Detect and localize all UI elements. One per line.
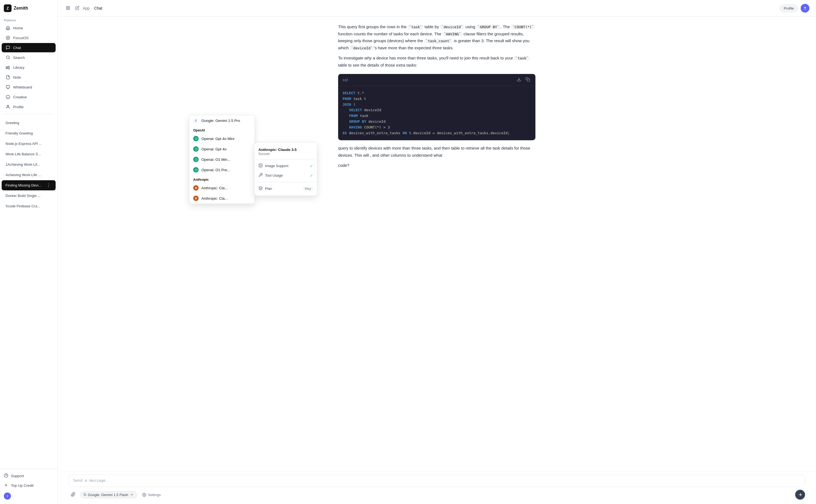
header-avatar[interactable]: T: [801, 4, 809, 13]
code-count: `COUNT(*)`: [511, 25, 535, 29]
code-line-7: HAVING COUNT(*) > 3: [342, 125, 531, 130]
sidebar-item-search[interactable]: Search: [2, 53, 56, 62]
svg-rect-19: [68, 6, 70, 8]
code-download-button[interactable]: [516, 77, 522, 83]
chat-item-docker-label: Docker Build Single ...: [5, 194, 45, 198]
code-copy-button[interactable]: [525, 77, 531, 83]
sidebar-item-whiteboard-label: Whiteboard: [13, 85, 32, 89]
focus-icon: [5, 35, 10, 40]
svg-point-1: [7, 37, 8, 38]
attach-button[interactable]: [68, 491, 78, 499]
model-gpt4o-mini-label: Openai: Gpt 4o Mini: [201, 137, 234, 141]
sidebar-item-creative[interactable]: Creative: [2, 92, 56, 102]
edit-icon-button[interactable]: [73, 4, 81, 13]
settings-button[interactable]: Settings: [139, 491, 164, 498]
openai-icon-o1-mini: ⬡: [193, 157, 199, 162]
openai-section-label: OpenAI: [189, 126, 254, 133]
chat-input[interactable]: [73, 478, 800, 483]
chat-item-nodejs[interactable]: Node.js Express API ... ⋮: [2, 139, 56, 149]
plan-badge: Plus: [303, 187, 313, 191]
chat-item-finding-missing[interactable]: Finding Missing Devi... ⋮: [2, 180, 56, 190]
sidebar-item-focusos[interactable]: FocusOS: [2, 33, 56, 42]
send-icon: [798, 492, 802, 497]
svg-rect-23: [527, 79, 530, 81]
svg-line-3: [9, 58, 10, 59]
model-item-o1-mini[interactable]: ⬡ Openai: O1 Min...: [189, 154, 254, 165]
model-item-o1-pre[interactable]: ⬡ Openai: O1 Pre...: [189, 165, 254, 175]
sidebar-item-search-label: Search: [13, 56, 25, 60]
model-dropdown[interactable]: G Google: Gemini 1.5 Pro OpenAI ⬡ Openai…: [189, 115, 255, 204]
chat-item-1achieving[interactable]: 1Achieving Work-Lif... ⋮: [2, 159, 56, 170]
sidebar-item-top-up[interactable]: Top Up Credit: [0, 481, 57, 490]
sidebar-item-whiteboard[interactable]: Whiteboard: [2, 82, 56, 92]
chat-item-docker[interactable]: Docker Build Single ... ⋮: [2, 191, 56, 201]
svg-rect-21: [68, 8, 70, 10]
chat-item-achieving[interactable]: Achieving Work-Life ... ⋮: [2, 170, 56, 180]
popup-feature-tool-left: Tool Usage: [258, 173, 283, 178]
openai-icon-gpt4o: ⬡: [193, 146, 199, 152]
model-gemini-pro-label: Google: Gemini 1.5 Pro: [201, 119, 240, 123]
message-block-1: This query first groups the rows in the …: [338, 23, 536, 68]
svg-rect-20: [66, 8, 68, 10]
sidebar-support-label: Support: [11, 474, 24, 478]
anthropic-popup-title: Anthropic: Claude 3.5: [258, 148, 313, 152]
svg-rect-8: [6, 85, 10, 88]
breadcrumb-current: Chat: [94, 6, 102, 10]
sidebar-item-note[interactable]: Note: [2, 73, 56, 82]
breadcrumb-separator: ›: [91, 6, 93, 10]
chat-item-friendly-greeting[interactable]: Friendly Greeting ⋮: [2, 128, 56, 138]
profile-button[interactable]: Profile: [780, 4, 798, 12]
anthropic-popup: Anthropic: Claude 3.5 Sonnet Image Suppo…: [254, 142, 317, 196]
sidebar-item-home[interactable]: Home: [2, 23, 56, 33]
anthropic-popup-header: Anthropic: Claude 3.5 Sonnet: [254, 145, 317, 157]
svg-point-13: [7, 105, 8, 107]
header: App › Chat Profile T: [58, 0, 816, 17]
model-item-claude-1[interactable]: A Anthropic: Cla...: [189, 183, 254, 193]
code-deviceid: `deviceId`: [440, 25, 464, 29]
chat-item-greeting-label: Greeting: [5, 121, 45, 125]
code-task-count: `task_count`: [424, 39, 453, 43]
code-body: SELECT t.* FROM task t JOIN ( SELECT dev…: [338, 86, 536, 140]
google-icon-gemini-pro: G: [193, 118, 199, 123]
code-deviceid-2: `deviceId`: [350, 46, 374, 50]
sidebar-item-chat-label: Chat: [13, 46, 21, 50]
grid-icon-button[interactable]: [64, 4, 72, 13]
sidebar-item-library[interactable]: Library: [2, 63, 56, 72]
code-having: `HAVING`: [443, 32, 463, 36]
popup-plan-left: Plan: [258, 186, 272, 191]
model-selector[interactable]: G Google: Gemini 1.5 Flash: [80, 491, 137, 499]
chat-item-xcode[interactable]: Xcode Firebase Cra... ⋮: [2, 201, 56, 211]
model-item-gpt4o-mini[interactable]: ⬡ Openai: Gpt 4o Mini: [189, 133, 254, 144]
svg-point-2: [6, 56, 9, 59]
profile-icon: [5, 104, 10, 109]
user-small-avatar: i: [4, 492, 11, 500]
code-line-4: SELECT deviceId: [342, 107, 531, 113]
svg-point-26: [144, 494, 145, 495]
popup-feature-tool-usage: Tool Usage ✓: [254, 171, 317, 180]
sidebar-item-support[interactable]: Support: [0, 471, 57, 481]
logo-icon: Z: [4, 4, 12, 12]
sidebar-item-chat[interactable]: Chat: [2, 43, 56, 52]
sidebar-item-profile[interactable]: Profile: [2, 102, 56, 111]
sidebar-item-profile-label: Profile: [13, 105, 24, 109]
app-logo[interactable]: Z Zemith: [0, 0, 57, 16]
chat-content: This query first groups the rows in the …: [58, 17, 816, 471]
sidebar-item-home-label: Home: [13, 26, 23, 30]
model-gpt4o-label: Openai: Gpt 4o: [201, 147, 227, 151]
chat-item-finding-missing-menu[interactable]: ⋮: [45, 182, 52, 188]
model-item-claude-2[interactable]: A Anthropic: Cla...: [189, 193, 254, 204]
model-item-gpt4o[interactable]: ⬡ Openai: Gpt 4o: [189, 144, 254, 154]
chat-footer: G Google: Gemini 1.5 Flash Settings: [58, 471, 816, 504]
message-paragraph-1: This query first groups the rows in the …: [338, 23, 536, 51]
breadcrumb-root: App: [83, 6, 90, 10]
chat-item-greeting[interactable]: Greeting ⋮: [2, 118, 56, 128]
model-o1-pre-label: Openai: O1 Pre...: [201, 168, 230, 172]
send-button[interactable]: [795, 490, 805, 500]
chat-item-work-life[interactable]: Work-Life Balance S... ⋮: [2, 149, 56, 159]
code-task-2: `task`: [514, 56, 530, 61]
chat-item-achieving-label: Achieving Work-Life ...: [5, 173, 45, 177]
sidebar-item-library-label: Library: [13, 65, 24, 70]
breadcrumb: App › Chat: [64, 4, 102, 13]
sidebar-user-avatar[interactable]: i: [0, 490, 57, 502]
model-item-gemini-pro[interactable]: G Google: Gemini 1.5 Pro: [189, 115, 254, 126]
